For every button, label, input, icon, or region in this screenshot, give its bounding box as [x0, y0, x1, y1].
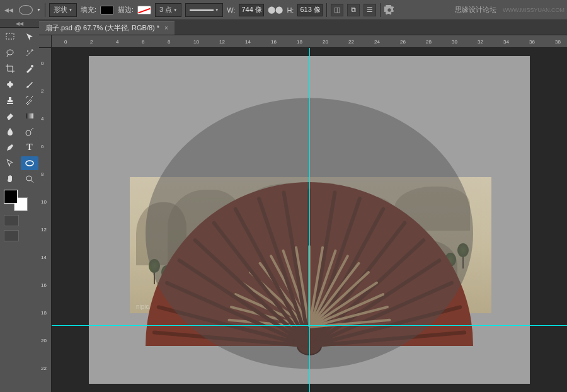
brand-url: WWW.MISSYUAN.COM	[503, 7, 564, 13]
ruler-horizontal[interactable]: 02468101214161820222426283032343638	[52, 35, 567, 48]
w-label: W:	[227, 6, 235, 14]
collapse-arrows-icon[interactable]: ◀◀	[3, 3, 15, 17]
link-icon[interactable]: ⬤⬤	[268, 6, 283, 14]
guide-vertical[interactable]	[309, 48, 310, 392]
path-arrange-button[interactable]: ☰	[364, 4, 376, 16]
svg-rect-5	[9, 81, 11, 88]
toolbox: T	[0, 28, 39, 244]
svg-rect-6	[7, 103, 13, 104]
stroke-width-value: 3 点	[159, 5, 172, 14]
width-input[interactable]	[239, 4, 264, 16]
crop-tool[interactable]	[1, 62, 19, 76]
lasso-tool[interactable]	[1, 46, 19, 60]
svg-point-10	[26, 176, 32, 181]
tri-down-icon[interactable]: ▼	[37, 8, 41, 12]
svg-point-9	[26, 161, 33, 166]
stroke-style-dropdown[interactable]: ▼	[185, 3, 223, 17]
document-tabs: 扇子.psd @ 67.7% (大半径, RGB/8) * ×	[39, 20, 567, 35]
shape-mode-label: 形状	[54, 5, 67, 14]
color-swatches[interactable]	[4, 190, 28, 211]
shape-preset-icon[interactable]	[19, 5, 33, 15]
pen-tool[interactable]	[1, 141, 19, 154]
workspace: 02468101214161820222426283032343638 0246…	[39, 35, 567, 392]
quickmask-button[interactable]	[4, 215, 19, 226]
line-icon	[190, 9, 214, 11]
move-tool[interactable]	[21, 30, 38, 44]
ruler-origin[interactable]	[39, 35, 52, 48]
type-tool[interactable]: T	[21, 141, 38, 154]
history-brush-tool[interactable]	[21, 93, 38, 107]
path-align-button[interactable]: ⧉	[347, 4, 360, 16]
eraser-tool[interactable]	[1, 109, 19, 123]
marquee-tool[interactable]	[1, 30, 19, 44]
ruler-vertical[interactable]: 0246810121416182022	[39, 48, 52, 392]
gear-icon[interactable]	[384, 5, 394, 15]
heal-tool[interactable]	[1, 78, 19, 91]
stroke-label: 描边:	[118, 5, 134, 14]
brand-text: 思缘设计论坛	[455, 5, 496, 14]
path-select-tool[interactable]	[1, 156, 19, 170]
h-label: H:	[287, 6, 294, 14]
shape-mode-dropdown[interactable]: 形状▼	[49, 3, 77, 17]
brush-tool[interactable]	[21, 78, 38, 91]
fill-swatch[interactable]	[100, 6, 114, 14]
fill-label: 填充:	[81, 5, 96, 14]
shape-tool[interactable]	[21, 156, 38, 170]
blur-tool[interactable]	[1, 125, 19, 139]
svg-rect-0	[6, 33, 14, 39]
svg-point-1	[7, 50, 13, 55]
close-icon[interactable]: ×	[164, 25, 168, 32]
divider	[45, 3, 45, 17]
divider	[380, 3, 381, 17]
stamp-tool[interactable]	[1, 93, 19, 107]
guide-horizontal[interactable]	[52, 325, 567, 326]
path-combine-button[interactable]: ◫	[331, 4, 343, 16]
fg-color-swatch[interactable]	[4, 190, 18, 204]
wand-tool[interactable]	[21, 46, 38, 60]
gradient-tool[interactable]	[21, 109, 38, 123]
document-tab[interactable]: 扇子.psd @ 67.7% (大半径, RGB/8) * ×	[39, 21, 175, 35]
svg-point-3	[31, 65, 33, 67]
stroke-swatch[interactable]	[137, 6, 151, 14]
zoom-tool[interactable]	[21, 172, 38, 186]
hand-tool[interactable]	[1, 172, 19, 186]
stroke-width-dropdown[interactable]: 3 点▼	[155, 3, 181, 17]
svg-point-2	[27, 50, 28, 52]
screenmode-button[interactable]	[4, 230, 19, 241]
canvas-viewport[interactable]: nipic.com/son	[52, 48, 567, 392]
svg-point-8	[26, 130, 31, 135]
document-title: 扇子.psd @ 67.7% (大半径, RGB/8) *	[45, 23, 159, 33]
eyedropper-tool[interactable]	[21, 62, 38, 76]
options-bar: ◀◀ ▼ 形状▼ 填充: 描边: 3 点▼ ▼ W: ⬤⬤ H: ◫ ⧉ ☰ 思…	[0, 0, 567, 20]
height-input[interactable]	[297, 4, 323, 16]
dodge-tool[interactable]	[21, 125, 38, 139]
toolbox-collapse[interactable]: ◀◀	[0, 20, 39, 28]
svg-rect-7	[26, 113, 33, 118]
divider	[326, 3, 327, 17]
